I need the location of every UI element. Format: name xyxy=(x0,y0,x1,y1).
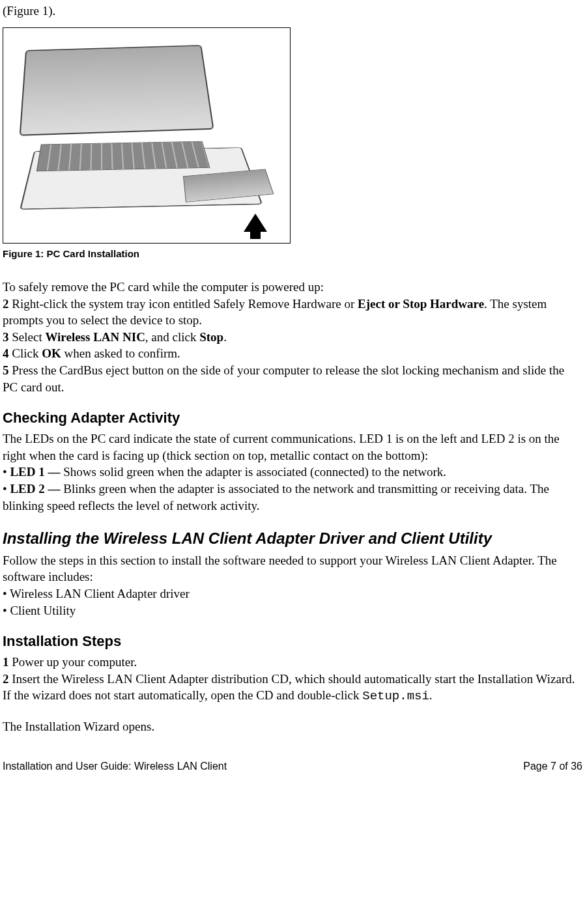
figure-caption: Figure 1: PC Card Installation xyxy=(3,247,582,260)
step-3-a: Select xyxy=(9,330,46,344)
step-3-num: 3 xyxy=(3,330,9,344)
installing-b2: • Client Utility xyxy=(3,602,582,619)
installing-block: Follow the steps in this section to inst… xyxy=(3,552,582,619)
step-4-a: Click xyxy=(9,346,42,360)
wizard-opens: The Installation Wizard opens. xyxy=(3,718,582,735)
footer-left: Installation and User Guide: Wireless LA… xyxy=(3,759,227,774)
checking-block: The LEDs on the PC card indicate the sta… xyxy=(3,430,582,514)
led-2-bullet: • xyxy=(3,482,10,496)
installing-b1: • Wireless LAN Client Adapter driver xyxy=(3,585,582,602)
installing-p1: Follow the steps in this section to inst… xyxy=(3,552,582,585)
led-2: • LED 2 — Blinks green when the adapter … xyxy=(3,481,582,514)
is1-text: Power up your computer. xyxy=(9,655,137,669)
remove-steps-block: To safely remove the PC card while the c… xyxy=(3,279,582,395)
install-step-1: 1 Power up your computer. xyxy=(3,654,582,671)
footer-right: Page 7 of 36 xyxy=(523,759,582,774)
step-4-num: 4 xyxy=(3,346,9,360)
remove-intro: To safely remove the PC card while the c… xyxy=(3,279,582,296)
led-1: • LED 1 — Shows solid green when the ada… xyxy=(3,464,582,481)
install-step-2: 2 Insert the Wireless LAN Client Adapter… xyxy=(3,671,582,705)
step-4-b: OK xyxy=(42,346,61,360)
step-5-num: 5 xyxy=(3,363,9,377)
led-1-label: LED 1 — xyxy=(10,465,60,479)
is2-code: Setup.msi xyxy=(362,689,429,703)
top-line: (Figure 1). xyxy=(3,3,582,20)
figure-1-image xyxy=(3,27,291,244)
step-3-d: Stop xyxy=(199,330,223,344)
step-3: 3 Select Wireless LAN NIC, and click Sto… xyxy=(3,329,582,346)
installing-heading: Installing the Wireless LAN Client Adapt… xyxy=(3,528,582,549)
step-5: 5 Press the CardBus eject button on the … xyxy=(3,362,582,395)
step-5-a: Press the CardBus eject button on the si… xyxy=(3,363,564,394)
checking-heading: Checking Adapter Activity xyxy=(3,408,582,428)
is2-a: Insert the Wireless LAN Client Adapter d… xyxy=(3,672,575,703)
step-3-b: Wireless LAN NIC xyxy=(45,330,145,344)
step-2-num: 2 xyxy=(3,297,9,311)
page-footer: Installation and User Guide: Wireless LA… xyxy=(3,759,582,774)
step-4: 4 Click OK when asked to confirm. xyxy=(3,345,582,362)
led-2-label: LED 2 — xyxy=(10,482,60,496)
install-steps-block: 1 Power up your computer. 2 Insert the W… xyxy=(3,654,582,705)
is2-b: . xyxy=(429,688,433,702)
is2-num: 2 xyxy=(3,672,9,686)
step-2: 2 Right-click the system tray icon entit… xyxy=(3,296,582,329)
led-1-bullet: • xyxy=(3,465,10,479)
checking-p1: The LEDs on the PC card indicate the sta… xyxy=(3,430,582,464)
is1-num: 1 xyxy=(3,655,9,669)
step-2-a: Right-click the system tray icon entitle… xyxy=(9,297,358,311)
led-2-text: Blinks green when the adapter is associa… xyxy=(3,482,549,512)
step-4-c: when asked to confirm. xyxy=(61,346,180,360)
step-3-e: . xyxy=(223,330,227,344)
led-1-text: Shows solid green when the adapter is as… xyxy=(60,465,446,479)
install-steps-heading: Installation Steps xyxy=(3,632,582,651)
step-3-c: , and click xyxy=(145,330,199,344)
step-2-b: Eject or Stop Hardware xyxy=(358,297,484,311)
